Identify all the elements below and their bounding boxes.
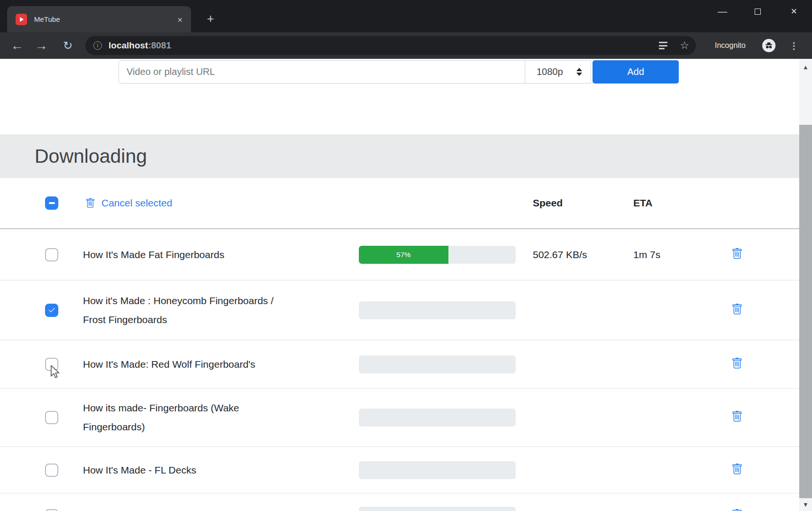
download-title: How It's Made Fat Fingerboards <box>83 245 359 264</box>
progress-bar <box>359 409 516 427</box>
site-info-icon[interactable]: i <box>93 41 102 50</box>
download-row: How It's Made - FL Decks <box>0 446 799 493</box>
eta-column-header: ETA <box>633 197 730 209</box>
forward-button[interactable]: → <box>33 32 50 59</box>
downloads-table: Cancel selected Speed ETA How It's Made … <box>0 178 799 511</box>
eta-value: 1m 7s <box>633 249 730 260</box>
metube-favicon-icon <box>16 14 27 25</box>
tab-strip: MeTube × + — × <box>0 0 812 32</box>
download-row: How its made- Fingerboards (WakeFingerbo… <box>0 388 799 446</box>
scrollbar-up-icon[interactable]: ▲ <box>799 64 812 71</box>
cancel-selected-button[interactable]: Cancel selected <box>85 197 359 209</box>
progress-bar <box>359 355 516 373</box>
incognito-avatar-icon[interactable] <box>762 39 776 52</box>
download-row: How It's Made: Red Wolf Fingerboard's <box>0 340 799 388</box>
row-checkbox[interactable] <box>45 248 58 261</box>
speed-value: 502.67 KB/s <box>533 249 633 260</box>
download-title: How It's Made - FL Decks <box>83 461 359 480</box>
progress-label: 57% <box>396 251 411 259</box>
reading-list-icon[interactable] <box>659 42 667 49</box>
progress-bar <box>359 507 516 511</box>
address-bar[interactable]: i localhost:8081 ☆ <box>85 36 696 55</box>
delete-download-button[interactable] <box>731 464 743 475</box>
table-header-row: Cancel selected Speed ETA <box>0 178 799 229</box>
download-row <box>0 493 799 511</box>
video-url-input[interactable] <box>119 60 525 84</box>
browser-window: MeTube × + — × ← → ↻ i localhost:8081 ☆ … <box>0 0 812 511</box>
add-button[interactable]: Add <box>593 60 679 84</box>
new-tab-button[interactable]: + <box>204 12 217 26</box>
row-checkbox[interactable] <box>45 464 58 477</box>
incognito-label: Incognito <box>715 32 746 59</box>
tab-close-icon[interactable]: × <box>177 15 182 24</box>
select-all-checkbox[interactable] <box>45 196 58 210</box>
delete-download-button[interactable] <box>731 509 743 511</box>
delete-download-button[interactable] <box>731 304 743 315</box>
row-checkbox[interactable] <box>45 304 58 317</box>
download-title: How It's Made: Red Wolf Fingerboard's <box>83 355 359 374</box>
tab-title: MeTube <box>34 15 60 23</box>
page-scrollbar[interactable]: ▲ ▼ <box>799 59 812 511</box>
download-row: How It's Made Fat Fingerboards 57% 502.6… <box>0 229 799 280</box>
tab-metube[interactable]: MeTube × <box>7 6 191 32</box>
metube-page: 1080p Add Downloading Cancel selected Sp… <box>0 59 812 511</box>
download-title: How its made- Fingerboards (WakeFingerbo… <box>83 399 359 437</box>
speed-column-header: Speed <box>533 197 633 209</box>
cancel-selected-label: Cancel selected <box>101 197 172 209</box>
window-maximize-button[interactable] <box>751 5 764 18</box>
download-row: How it's Made : Honeycomb Fingerboards /… <box>0 280 799 340</box>
back-button[interactable]: ← <box>9 32 26 59</box>
section-title: Downloading <box>35 145 147 167</box>
scrollbar-thumb[interactable] <box>799 125 812 498</box>
bookmark-star-icon[interactable]: ☆ <box>680 40 689 51</box>
select-arrows-icon <box>576 68 582 76</box>
scrollbar-down-icon[interactable]: ▼ <box>799 501 812 508</box>
reload-button[interactable]: ↻ <box>59 32 76 59</box>
progress-bar <box>359 461 516 479</box>
browser-menu-icon[interactable]: ⋮ <box>790 32 798 59</box>
delete-download-button[interactable] <box>731 411 743 422</box>
url-text: localhost:8081 <box>109 40 171 51</box>
mouse-cursor <box>49 364 62 381</box>
progress-bar: 57% <box>359 246 516 264</box>
delete-download-button[interactable] <box>731 248 743 260</box>
window-minimize-button[interactable]: — <box>716 5 729 18</box>
quality-select[interactable]: 1080p <box>525 60 591 84</box>
row-checkbox[interactable] <box>45 411 58 424</box>
downloading-section-header: Downloading <box>0 134 799 178</box>
download-title: How it's Made : Honeycomb Fingerboards /… <box>83 291 359 329</box>
window-close-button[interactable]: × <box>787 5 801 18</box>
trash-icon <box>85 198 95 208</box>
delete-download-button[interactable] <box>731 358 743 369</box>
row-checkbox[interactable] <box>45 509 58 511</box>
progress-bar <box>359 301 516 319</box>
